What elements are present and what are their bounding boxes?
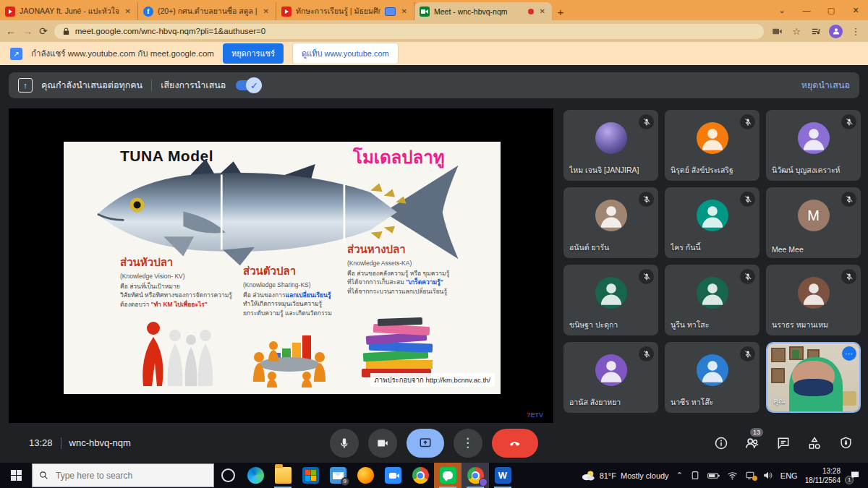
self-label: คุณ [773, 395, 786, 407]
section-line: ที่ได้จากการเก็บสะสม "เกร็ดความรู้" [347, 278, 492, 286]
avatar [798, 277, 830, 309]
screen-share-icon: ↗ [10, 48, 22, 60]
view-shared-tab-button[interactable]: ดูแท็บ www.youtube.com [292, 43, 399, 64]
participants-button[interactable]: 13 [744, 435, 760, 451]
avatar: M [798, 200, 830, 231]
camera-permission-icon[interactable] [770, 25, 783, 38]
reading-list-icon[interactable] [809, 25, 822, 38]
browser-tab-facebook[interactable]: f (20+) กศน.ตำบลยานซื่อ สตูล | Facel ✕ [138, 2, 276, 20]
participant-tile[interactable]: นิวัฒน์ บุญสงเคราะห์ [766, 110, 861, 181]
avatar [595, 200, 627, 231]
avatar [595, 277, 627, 309]
cortana-button[interactable] [214, 463, 242, 488]
more-options-button[interactable]: ⋮ [454, 429, 482, 458]
tab-title: Meet - wnc-hbvq-nqm [434, 7, 524, 16]
self-video-tile[interactable]: ⋯คุณ [766, 342, 861, 413]
volume-icon[interactable] [762, 471, 773, 480]
action-center-button[interactable]: 1 [848, 468, 862, 483]
bookmark-star-icon[interactable]: ☆ [790, 25, 803, 38]
host-controls-button[interactable] [838, 435, 854, 451]
chrome-profile-button[interactable] [461, 463, 489, 488]
meeting-details-button[interactable] [713, 435, 729, 451]
new-tab-button[interactable]: + [552, 3, 569, 20]
ms-store-button[interactable] [297, 463, 324, 488]
participant-tile[interactable]: อานัส สังยาหยา [563, 342, 658, 413]
close-icon[interactable]: ✕ [262, 7, 271, 15]
tray-expand-chevron[interactable]: ⌃ [676, 471, 683, 480]
stop-presenting-button[interactable]: หยุดนำเสนอ [801, 78, 850, 93]
device-icon[interactable] [690, 471, 700, 480]
chrome-button[interactable] [407, 463, 434, 488]
chat-button[interactable] [775, 435, 791, 451]
battery-icon[interactable] [707, 471, 720, 480]
section-line: ที่ได้จากกระบวนการแลกเปลี่ยนเรียนรู้ [347, 287, 492, 296]
firefox-button[interactable] [352, 463, 379, 488]
share-message: กำลังแชร์ www.youtube.com กับ meet.googl… [31, 47, 214, 60]
keyboard-language[interactable]: ENG [780, 471, 798, 480]
browser-tab-youtube-2[interactable]: ทักษะการเรียนรู้ | มัธยมศึกษาตอน ✕ [276, 2, 414, 20]
fish-head-section: ส่วนหัวปลา (Knowledge Vision- KV) คือ ส่… [120, 254, 243, 309]
mic-muted-icon [740, 192, 755, 207]
minimize-button[interactable]: — [794, 0, 819, 20]
close-icon[interactable]: ✕ [538, 7, 547, 15]
participant-tile[interactable]: ไหม เจนจิ [JANJIRA] [563, 110, 658, 181]
taskbar-search[interactable] [32, 463, 214, 487]
close-icon[interactable]: ✕ [124, 7, 132, 15]
search-input[interactable] [54, 470, 187, 481]
notification-dot [752, 476, 757, 481]
participant-tile[interactable]: นราธร หมานเหม [766, 265, 861, 335]
stop-sharing-button[interactable]: หยุดการแชร์ [223, 43, 284, 64]
browser-profile-avatar[interactable] [829, 25, 843, 38]
microphone-button[interactable] [330, 429, 359, 458]
taskbar-clock[interactable]: 13:28 18/11/2564 [805, 466, 841, 485]
close-icon[interactable]: ✕ [400, 7, 409, 15]
close-window-button[interactable]: ✕ [843, 0, 868, 20]
present-now-button[interactable] [407, 429, 444, 458]
wifi-icon[interactable] [727, 471, 738, 480]
tile-options-button[interactable]: ⋯ [842, 346, 856, 361]
divider [61, 437, 61, 449]
participant-tile[interactable]: อนันต์ ยารัน [563, 187, 658, 258]
teams-chat-icon[interactable] [745, 471, 755, 480]
activities-button[interactable] [807, 435, 822, 451]
browser-toolbar: ← → ⟳ meet.google.com/wnc-hbvq-nqm?pli=1… [0, 20, 868, 42]
participant-tile[interactable]: นาซีร หาโส๊ะ [665, 342, 760, 413]
toggle-check-icon: ✓ [246, 77, 262, 93]
maximize-button[interactable]: ▢ [819, 0, 843, 20]
participant-name: นราธร หมานเหม [772, 319, 828, 331]
file-explorer-button[interactable] [269, 463, 297, 488]
line-app-button[interactable] [434, 463, 461, 488]
browser-tab-youtube-1[interactable]: JAONAAY ft. Juné - แปะหัวใจ [Offic ✕ [0, 2, 138, 20]
reload-button[interactable]: ⟳ [39, 25, 48, 37]
participant-tile[interactable]: ไคร กันนี้ [665, 187, 760, 258]
meeting-info: 13:28 wnc-hbvq-nqm [29, 437, 131, 449]
start-button[interactable] [0, 463, 32, 488]
section-line: ยกระดับความรู้ และเกิดนวัตกรรม [243, 309, 353, 317]
section-subtitle: (Knowledge Assets-KA) [347, 259, 492, 267]
shared-screen-video[interactable]: TUNA Model โมเดลปลาทู [9, 108, 553, 423]
more-vertical-icon: ⋮ [461, 435, 475, 450]
participant-tile[interactable]: MMee Mee [766, 187, 861, 258]
address-bar[interactable]: meet.google.com/wnc-hbvq-nqm?pli=1&authu… [54, 24, 764, 39]
edge-button[interactable] [242, 463, 269, 488]
meeting-table-illustration [246, 331, 333, 390]
browser-menu-icon[interactable]: ⋮ [849, 25, 862, 38]
weather-widget[interactable]: 81°F Mostly cloudy [581, 469, 669, 482]
divider [151, 80, 152, 91]
word-button[interactable]: W [489, 463, 516, 488]
section-line: คือ ส่วนที่เป็นเป้าหมาย [120, 282, 243, 291]
mail-button[interactable]: 9 [324, 463, 352, 488]
participant-tile[interactable]: ขนิษฐา ปะดุกา [563, 265, 658, 335]
participant-tile[interactable]: นิรุตย์ สังข์ประเสริฐ [665, 110, 760, 181]
browser-tab-meet-active[interactable]: Meet - wnc-hbvq-nqm ✕ [414, 2, 552, 20]
end-call-button[interactable] [492, 429, 538, 458]
participant-tile[interactable]: นูรีน ทาโสะ [665, 265, 760, 335]
tab-search-chevron-icon[interactable]: ⌄ [770, 0, 794, 20]
zoom-button[interactable] [379, 463, 407, 488]
camera-button[interactable] [368, 429, 397, 458]
tray-date: 18/11/2564 [805, 476, 841, 485]
back-button[interactable]: ← [6, 25, 16, 37]
mic-muted-icon [841, 114, 856, 129]
presentation-audio-toggle[interactable]: ✓ [236, 80, 259, 90]
forward-button[interactable]: → [22, 25, 33, 37]
